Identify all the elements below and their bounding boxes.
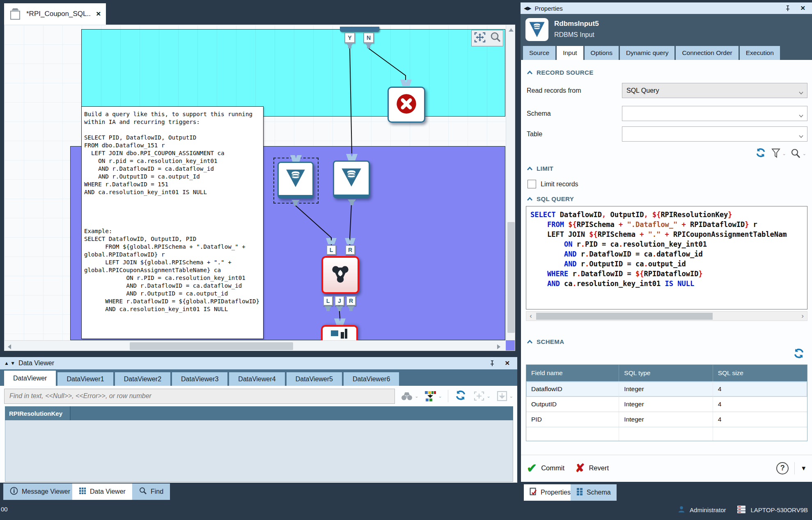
panel-tab-schema[interactable]: Schema	[571, 484, 617, 501]
schema-row-dataflowid[interactable]: DataflowIDInteger4	[526, 381, 807, 396]
schema-cell[interactable]: DataflowID	[526, 382, 619, 396]
tab-connection-order[interactable]: Connection Order	[676, 46, 738, 60]
tab-dataviewer6[interactable]: DataViewer6	[344, 372, 399, 386]
dropdown-arrow-icon[interactable]: ▼	[801, 465, 807, 472]
horizontal-scroll-thumb[interactable]	[536, 313, 713, 320]
refresh-icon[interactable]	[792, 347, 805, 361]
read-records-combobox[interactable]: SQL Query	[622, 83, 807, 98]
dock-tab-message-viewer[interactable]: Message Viewer	[3, 483, 77, 500]
sql-editor-hscrollbar[interactable]: ‹ ›	[526, 311, 807, 321]
join-output-port-left[interactable]: L	[323, 296, 333, 306]
export-down-icon[interactable]: ⌄	[496, 390, 513, 402]
refresh-icon[interactable]	[454, 389, 467, 403]
tab-dataviewer[interactable]: DataViewer	[4, 371, 56, 386]
tab-dynamic-query[interactable]: Dynamic query	[620, 46, 674, 60]
grid-column-header[interactable]: RPIResolutionKey	[5, 406, 71, 420]
dock-tab-data-viewer[interactable]: Data Viewer	[72, 483, 132, 500]
rdbms-input-icon	[340, 166, 363, 190]
tab-execution[interactable]: Execution	[740, 46, 780, 60]
revert-button[interactable]: ✘ Revert	[575, 463, 609, 474]
section-sql-query[interactable]: SQL QUERY	[527, 195, 574, 202]
sql-editor[interactable]: SELECT DataflowID, OutputID, ${RPIResolu…	[526, 206, 807, 309]
section-limit[interactable]: LIMIT	[527, 165, 553, 172]
schema-cell[interactable]: Integer	[619, 412, 713, 427]
document-tab-close-icon[interactable]: ✕	[96, 10, 101, 18]
schema-cell[interactable]: 4	[713, 397, 807, 412]
section-schema[interactable]: SCHEMA	[527, 338, 564, 345]
canvas-horizontal-scrollbar[interactable]	[5, 340, 506, 351]
section-record-source[interactable]: RECORD SOURCE	[527, 69, 594, 76]
join-output-port-right[interactable]: R	[346, 296, 356, 306]
join-input-port-right[interactable]: R	[345, 245, 355, 255]
tab-input[interactable]: Input	[557, 46, 583, 60]
canvas-zoom-controls[interactable]	[471, 30, 503, 46]
collapse-arrows-icon[interactable]: ▲ ▼	[4, 360, 15, 366]
help-icon[interactable]: ?	[776, 462, 789, 474]
schema-cell[interactable]: Integer	[619, 382, 713, 396]
join-input-port-left[interactable]: L	[326, 245, 336, 255]
panel-nav-arrows-icon[interactable]: ◀▶	[524, 5, 531, 11]
schema-row-outputid[interactable]: OutputIDInteger4	[526, 396, 807, 412]
commit-button[interactable]: ✔ Commit	[527, 462, 564, 474]
tab-options[interactable]: Options	[585, 46, 619, 60]
output-port-yes[interactable]: Y	[344, 32, 355, 43]
tab-dataviewer5[interactable]: DataViewer5	[287, 372, 342, 386]
filter-funnel-icon[interactable]: ⌄	[771, 148, 786, 159]
table-combobox[interactable]	[622, 126, 807, 142]
vertical-scroll-thumb[interactable]	[507, 222, 515, 333]
scroll-left-arrow[interactable]	[8, 344, 11, 349]
pin-icon[interactable]	[784, 5, 791, 12]
join-node[interactable]	[321, 256, 359, 294]
zoom-magnifier-icon[interactable]	[490, 32, 501, 45]
tab-dataviewer4[interactable]: DataViewer4	[229, 372, 284, 386]
data-viewer-grid-header[interactable]: RPIResolutionKey	[5, 406, 513, 420]
data-viewer-search-input[interactable]	[4, 389, 395, 404]
rdbms-input-node-2[interactable]	[333, 160, 370, 198]
dock-tab-find[interactable]: Find	[132, 483, 170, 500]
scroll-up-arrow[interactable]	[509, 28, 514, 32]
horizontal-scroll-thumb[interactable]	[130, 342, 293, 350]
tab-source[interactable]: Source	[523, 46, 555, 60]
error-node[interactable]	[388, 87, 425, 123]
rdbms-input-node-selected[interactable]	[278, 162, 314, 199]
schema-cell[interactable]: 4	[713, 412, 807, 427]
join-output-port-join[interactable]: J	[335, 296, 344, 306]
data-viewer-grid-body[interactable]	[5, 420, 513, 482]
schema-table[interactable]: Field name SQL type SQL size DataflowIDI…	[526, 364, 807, 441]
canvas-region-cyan[interactable]	[81, 29, 505, 117]
canvas-vertical-scrollbar[interactable]	[506, 25, 515, 340]
panel-tab-properties[interactable]: Properties	[524, 484, 576, 501]
output-port-no[interactable]: N	[363, 32, 374, 43]
tab-dataviewer3[interactable]: DataViewer3	[172, 372, 227, 386]
schema-table-header[interactable]: Field name SQL type SQL size	[526, 365, 807, 381]
tab-dataviewer2[interactable]: DataViewer2	[115, 372, 170, 386]
fit-to-window-icon[interactable]	[474, 32, 486, 45]
schema-cell[interactable]: 4	[713, 382, 807, 396]
schema-cell[interactable]: PID	[526, 412, 619, 427]
sample-settings-icon[interactable]: ⌄	[424, 390, 442, 402]
scroll-right-arrow[interactable]	[497, 344, 500, 349]
schema-cell[interactable]: Integer	[619, 397, 713, 412]
pin-icon[interactable]	[489, 360, 495, 367]
tab-dataviewer1[interactable]: DataViewer1	[57, 372, 113, 386]
scroll-right-arrow[interactable]: ›	[798, 312, 807, 321]
document-tab[interactable]: *RPI_Coupon_SQL... ✕	[4, 3, 106, 25]
lookup-magnifier-icon[interactable]: ⌄	[790, 148, 806, 159]
dataflow-canvas[interactable]: Build a query like this, to support this…	[4, 25, 515, 351]
downstream-node-partial[interactable]	[321, 325, 358, 340]
limit-records-checkbox[interactable]	[528, 180, 536, 188]
scroll-left-arrow[interactable]: ‹	[526, 312, 535, 321]
schema-table-empty-row[interactable]	[526, 427, 807, 441]
data-viewer-titlebar[interactable]: ▲ ▼ Data Viewer ✕	[0, 357, 517, 369]
canvas-note[interactable]: Build a query like this, to support this…	[81, 106, 264, 339]
schema-row-pid[interactable]: PIDInteger4	[526, 412, 807, 427]
properties-titlebar[interactable]: ◀▶ Properties ✕	[521, 2, 812, 14]
close-icon[interactable]: ✕	[505, 360, 510, 367]
fit-columns-icon[interactable]: ⌄	[473, 390, 491, 402]
schema-combobox[interactable]	[622, 106, 807, 121]
refresh-icon[interactable]	[755, 147, 767, 160]
schema-cell[interactable]: OutputID	[526, 397, 619, 412]
upstream-node-edge[interactable]	[340, 27, 379, 32]
close-icon[interactable]: ✕	[800, 5, 805, 12]
find-binoculars-icon[interactable]: ⌄	[401, 391, 418, 401]
